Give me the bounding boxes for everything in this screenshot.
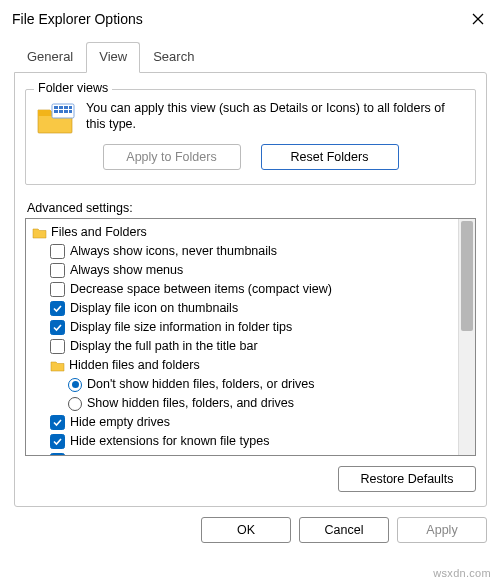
tab-view[interactable]: View: [86, 42, 140, 73]
folder-icon: [36, 102, 76, 134]
tree-item[interactable]: Hide empty drives: [28, 413, 456, 432]
advanced-settings-label: Advanced settings:: [27, 201, 476, 215]
tab-search[interactable]: Search: [140, 42, 207, 73]
tab-general[interactable]: General: [14, 42, 86, 73]
tree-root: Files and Folders: [28, 223, 456, 242]
apply-button: Apply: [397, 517, 487, 543]
radio[interactable]: [68, 397, 82, 411]
tree-item[interactable]: Decrease space between items (compact vi…: [28, 280, 456, 299]
svg-rect-8: [59, 110, 63, 113]
advanced-settings-tree: Files and Folders Always show icons, nev…: [25, 218, 476, 456]
scrollbar-thumb[interactable]: [461, 221, 473, 331]
watermark: wsxdn.com: [433, 567, 491, 579]
tab-bar: General View Search: [0, 34, 501, 73]
svg-rect-5: [64, 106, 68, 109]
folder-small-icon: [50, 359, 65, 372]
restore-defaults-button[interactable]: Restore Defaults: [338, 466, 476, 492]
checkbox[interactable]: [50, 434, 65, 449]
tree-root-label: Files and Folders: [51, 223, 147, 242]
checkbox[interactable]: [50, 320, 65, 335]
tree-group-hidden: Hidden files and folders: [28, 356, 456, 375]
checkbox[interactable]: [50, 263, 65, 278]
svg-rect-7: [54, 110, 58, 113]
checkbox[interactable]: [50, 282, 65, 297]
tree-item[interactable]: Always show menus: [28, 261, 456, 280]
svg-rect-10: [69, 110, 72, 113]
folder-small-icon: [32, 226, 47, 239]
view-tab-panel: Folder views You can apply this view (su…: [14, 72, 487, 507]
dialog-buttons: OK Cancel Apply: [0, 507, 501, 543]
svg-rect-9: [64, 110, 68, 113]
tree-scrollbar[interactable]: [458, 219, 475, 455]
close-button[interactable]: [467, 8, 489, 30]
folder-views-label: Folder views: [34, 81, 112, 95]
svg-rect-3: [54, 106, 58, 109]
folder-views-text: You can apply this view (such as Details…: [86, 100, 465, 133]
window-title: File Explorer Options: [12, 11, 143, 27]
tree-item[interactable]: Display the full path in the title bar: [28, 337, 456, 356]
tree-item[interactable]: Display file icon on thumbnails: [28, 299, 456, 318]
radio[interactable]: [68, 378, 82, 392]
checkbox[interactable]: [50, 415, 65, 430]
tree-item[interactable]: Always show icons, never thumbnails: [28, 242, 456, 261]
svg-rect-4: [59, 106, 63, 109]
tree-item[interactable]: Hide extensions for known file types: [28, 432, 456, 451]
reset-folders-button[interactable]: Reset Folders: [261, 144, 399, 170]
close-icon: [472, 13, 484, 25]
ok-button[interactable]: OK: [201, 517, 291, 543]
folder-views-group: Folder views You can apply this view (su…: [25, 89, 476, 185]
checkbox[interactable]: [50, 301, 65, 316]
cancel-button[interactable]: Cancel: [299, 517, 389, 543]
tree-radio-item[interactable]: Don't show hidden files, folders, or dri…: [28, 375, 456, 394]
svg-rect-6: [69, 106, 72, 109]
tree-radio-item[interactable]: Show hidden files, folders, and drives: [28, 394, 456, 413]
tree-item[interactable]: Display file size information in folder …: [28, 318, 456, 337]
checkbox[interactable]: [50, 244, 65, 259]
checkbox[interactable]: [50, 339, 65, 354]
apply-to-folders-button: Apply to Folders: [103, 144, 241, 170]
checkbox[interactable]: [50, 453, 65, 455]
tree-item[interactable]: Hide folder merge conflicts: [28, 451, 456, 455]
